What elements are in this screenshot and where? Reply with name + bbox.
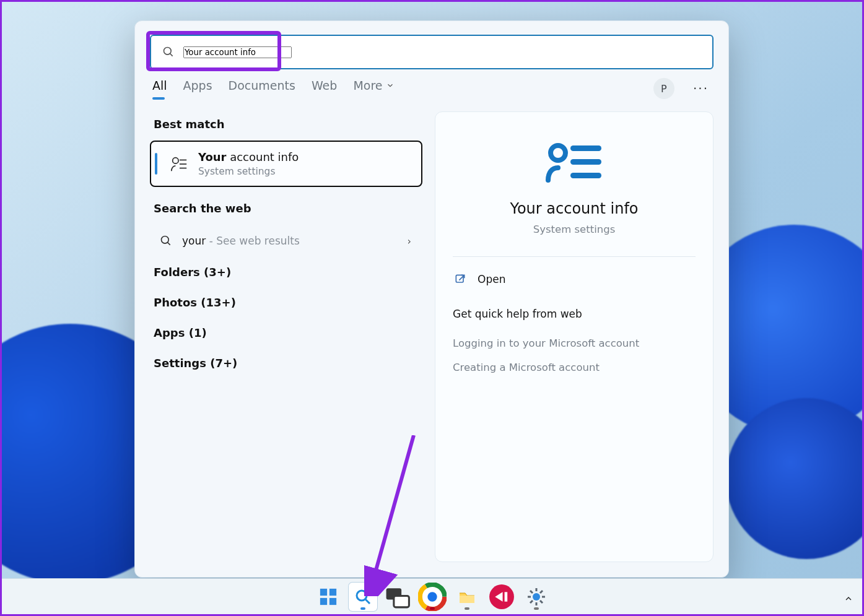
search-input[interactable] xyxy=(183,46,292,58)
taskbar-app-pinned-1[interactable] xyxy=(487,583,516,611)
tab-documents[interactable]: Documents xyxy=(229,79,295,98)
web-search-result[interactable]: your - See web results › xyxy=(150,227,422,254)
web-term: your xyxy=(182,235,206,247)
svg-point-18 xyxy=(357,591,367,601)
search-panel: All Apps Documents Web More P ··· Best m… xyxy=(134,20,729,578)
running-indicator xyxy=(465,607,469,610)
search-box[interactable] xyxy=(150,35,713,69)
account-info-icon xyxy=(170,155,188,173)
svg-line-36 xyxy=(540,601,543,603)
svg-line-1 xyxy=(170,54,173,56)
task-view-icon xyxy=(383,583,412,611)
app-icon xyxy=(487,583,516,611)
start-button[interactable] xyxy=(314,583,343,611)
svg-point-26 xyxy=(427,592,437,601)
open-label: Open xyxy=(478,273,505,285)
best-subtitle: System settings xyxy=(198,166,299,177)
tray-overflow[interactable] xyxy=(844,594,853,605)
task-view-button[interactable] xyxy=(383,583,412,611)
help-link-create[interactable]: Creating a Microsoft account xyxy=(453,355,696,380)
tab-more-label: More xyxy=(353,79,382,92)
account-info-icon xyxy=(543,141,605,183)
web-suffix: - See web results xyxy=(206,235,300,247)
divider xyxy=(453,256,696,257)
svg-rect-10 xyxy=(570,159,601,165)
category-apps[interactable]: Apps (1) xyxy=(150,318,422,348)
help-link-login[interactable]: Logging in to your Microsoft account xyxy=(453,331,696,355)
running-indicator xyxy=(534,607,539,610)
detail-hero: Your account info System settings xyxy=(453,129,696,251)
category-folders[interactable]: Folders (3+) xyxy=(150,257,422,287)
gear-icon xyxy=(527,588,546,606)
svg-rect-9 xyxy=(570,145,601,151)
taskbar-app-settings[interactable] xyxy=(522,583,551,611)
best-match-text: Your account info System settings xyxy=(198,150,299,177)
tab-all[interactable]: All xyxy=(152,79,167,98)
active-indicator xyxy=(360,607,365,610)
svg-point-8 xyxy=(551,145,565,160)
chevron-right-icon: › xyxy=(408,235,411,247)
search-icon xyxy=(162,46,175,58)
detail-pane: Your account info System settings Open G… xyxy=(435,111,713,562)
taskbar-app-explorer[interactable] xyxy=(453,583,481,611)
svg-point-30 xyxy=(533,593,540,601)
chevron-up-icon xyxy=(844,594,853,604)
taskbar-app-chrome[interactable] xyxy=(418,583,447,611)
svg-rect-29 xyxy=(504,592,507,601)
folder-icon xyxy=(458,588,476,606)
svg-line-35 xyxy=(530,591,533,593)
svg-line-7 xyxy=(168,243,170,245)
open-action[interactable]: Open xyxy=(453,268,696,290)
filter-tabs: All Apps Documents Web More P ··· xyxy=(135,69,728,106)
svg-rect-15 xyxy=(329,588,336,595)
svg-rect-16 xyxy=(320,597,326,604)
results-column: Best match Your account info System sett… xyxy=(150,111,422,562)
more-options-button[interactable]: ··· xyxy=(691,79,711,98)
tab-more[interactable]: More xyxy=(353,79,395,98)
svg-line-19 xyxy=(365,599,370,604)
best-title-rest: account info xyxy=(226,150,299,163)
detail-subtitle: System settings xyxy=(533,223,616,235)
svg-rect-17 xyxy=(329,597,336,604)
best-match-result[interactable]: Your account info System settings xyxy=(150,141,422,187)
svg-line-38 xyxy=(530,601,533,603)
svg-rect-11 xyxy=(570,173,601,178)
open-external-icon xyxy=(454,273,466,285)
tab-apps[interactable]: Apps xyxy=(183,79,212,98)
search-web-heading: Search the web xyxy=(154,202,419,215)
search-icon xyxy=(354,588,372,605)
svg-point-0 xyxy=(164,48,172,55)
category-settings[interactable]: Settings (7+) xyxy=(150,348,422,378)
best-match-heading: Best match xyxy=(154,118,419,131)
quick-help-heading: Get quick help from web xyxy=(453,308,696,320)
windows-icon xyxy=(319,588,338,606)
selection-accent xyxy=(155,153,157,175)
best-title-bold: Your xyxy=(198,150,226,163)
svg-rect-14 xyxy=(320,588,326,595)
svg-rect-12 xyxy=(456,275,463,282)
tab-web[interactable]: Web xyxy=(312,79,337,98)
svg-line-37 xyxy=(540,591,543,593)
svg-rect-27 xyxy=(460,596,474,603)
search-icon xyxy=(160,235,172,247)
taskbar-search-button[interactable] xyxy=(349,583,377,611)
category-photos[interactable]: Photos (13+) xyxy=(150,287,422,318)
running-indicator xyxy=(430,607,435,610)
search-area xyxy=(135,21,728,69)
user-avatar[interactable]: P xyxy=(653,78,674,99)
chevron-down-icon xyxy=(386,81,395,90)
svg-point-6 xyxy=(162,236,169,244)
svg-point-2 xyxy=(173,157,178,163)
taskbar xyxy=(2,578,862,614)
svg-rect-21 xyxy=(393,596,409,607)
detail-title: Your account info xyxy=(510,200,638,217)
